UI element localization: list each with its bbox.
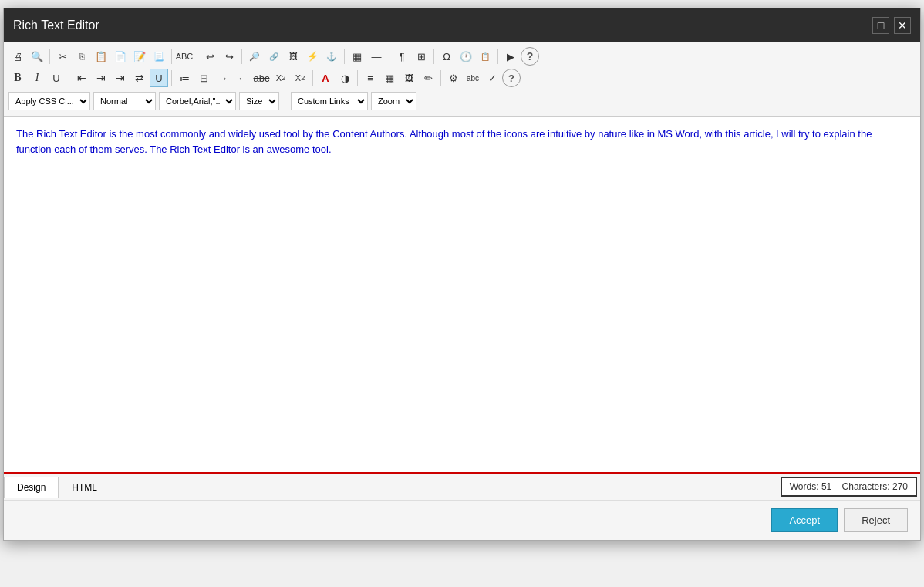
- play-icon[interactable]: ▶: [501, 47, 520, 66]
- templates-icon[interactable]: 📋: [476, 47, 494, 66]
- link-icon[interactable]: 🔗: [265, 47, 283, 66]
- separator: [285, 93, 285, 109]
- words-count: 51: [821, 481, 831, 492]
- help-icon[interactable]: ?: [521, 47, 539, 66]
- separator: [440, 70, 441, 86]
- tab-html[interactable]: HTML: [59, 477, 110, 498]
- hline-icon[interactable]: ―: [367, 47, 386, 66]
- table-icon[interactable]: ▦: [348, 47, 366, 66]
- separator: [69, 70, 69, 86]
- dropdowns-row: Apply CSS Cl... Normal Heading 1 Heading…: [8, 89, 916, 113]
- close-button[interactable]: ✕: [894, 17, 911, 34]
- separator: [357, 70, 358, 86]
- highlight-button[interactable]: ◑: [336, 69, 354, 87]
- chars-label: Characters:: [842, 481, 890, 492]
- minimize-button[interactable]: □: [872, 17, 889, 34]
- align-center-button[interactable]: ⇥: [92, 69, 110, 87]
- copy-icon[interactable]: ⎘: [73, 47, 91, 66]
- justify-button[interactable]: ⇄: [130, 69, 149, 87]
- indent-button[interactable]: →: [214, 69, 232, 87]
- spellcheck-icon[interactable]: ABC: [175, 47, 194, 66]
- underline-active-button[interactable]: U: [150, 69, 168, 87]
- editor-content[interactable]: The Rich Text Editor is the most commonl…: [4, 117, 920, 472]
- header-buttons: □ ✕: [872, 17, 911, 34]
- image2-button[interactable]: 🖼: [400, 69, 418, 87]
- paragraph-dropdown[interactable]: Normal Heading 1 Heading 2 Heading 3: [93, 92, 156, 110]
- separator: [171, 70, 172, 86]
- source-icon[interactable]: ⊞: [412, 47, 430, 66]
- subscript-button[interactable]: X2: [271, 69, 290, 87]
- underline-button[interactable]: U: [47, 69, 66, 87]
- separator: [312, 70, 313, 86]
- modal-footer: Accept Reject: [4, 500, 920, 540]
- bold-button[interactable]: B: [8, 69, 27, 87]
- separator: [344, 49, 345, 64]
- tab-design[interactable]: Design: [4, 477, 59, 498]
- toolbar-row1: 🖨 🔍 ✂ ⎘ 📋 📄 📝 📃 ABC ↩ ↪ 🔎 🔗 🖼 ⚡ ⚓: [8, 46, 916, 67]
- modal-title: Rich Text Editor: [13, 19, 99, 32]
- help2-button[interactable]: ?: [502, 69, 521, 87]
- size-dropdown[interactable]: Size 8pt 10pt 12pt: [239, 92, 279, 110]
- cut-icon[interactable]: ✂: [53, 47, 72, 66]
- outdent-button[interactable]: ←: [233, 69, 251, 87]
- modal-header: Rich Text Editor □ ✕: [4, 8, 920, 42]
- image-icon[interactable]: 🖼: [284, 47, 302, 66]
- font-color-button[interactable]: A: [316, 69, 335, 87]
- align-left-button[interactable]: ⇤: [73, 69, 91, 87]
- find2-icon[interactable]: 🔎: [245, 47, 264, 66]
- undo-icon[interactable]: ↩: [201, 47, 219, 66]
- custom-links-dropdown[interactable]: Custom Links: [291, 92, 368, 110]
- separator: [433, 49, 434, 64]
- separator: [49, 49, 50, 64]
- css-class-dropdown[interactable]: Apply CSS Cl...: [8, 92, 90, 110]
- strikethrough-button[interactable]: abc: [252, 69, 271, 87]
- separator: [197, 49, 197, 64]
- unordered-list-button[interactable]: ≔: [175, 69, 194, 87]
- accept-button[interactable]: Accept: [771, 508, 838, 532]
- showblocks-icon[interactable]: ¶: [393, 47, 411, 66]
- redo-icon[interactable]: ↪: [220, 47, 238, 66]
- paste-icon[interactable]: 📋: [92, 47, 110, 66]
- chars-count: 270: [892, 481, 908, 492]
- separator: [171, 49, 172, 64]
- paste-text-icon[interactable]: 📄: [111, 47, 130, 66]
- italic-button[interactable]: I: [28, 69, 46, 87]
- tools-button[interactable]: ⚙: [444, 69, 463, 87]
- align3-button[interactable]: ≡: [361, 69, 379, 87]
- separator: [389, 49, 389, 64]
- edit-button[interactable]: ✏: [419, 69, 437, 87]
- table2-button[interactable]: ▦: [380, 69, 399, 87]
- separator: [241, 49, 242, 64]
- print-icon[interactable]: 🖨: [8, 47, 27, 66]
- reject-button[interactable]: Reject: [844, 508, 908, 532]
- font-dropdown[interactable]: Corbel,Arial,"...: [159, 92, 236, 110]
- flash-icon[interactable]: ⚡: [303, 47, 322, 66]
- find-icon[interactable]: 🔍: [28, 47, 46, 66]
- anchor-icon[interactable]: ⚓: [322, 47, 341, 66]
- spellcheck2-button[interactable]: ✓: [483, 69, 501, 87]
- words-label: Words:: [790, 481, 819, 492]
- zoom-dropdown[interactable]: Zoom 75% 100% 150%: [371, 92, 416, 110]
- date-icon[interactable]: 🕐: [457, 47, 475, 66]
- separator: [497, 49, 498, 64]
- word-count-display: Words: 51 Characters: 270: [781, 477, 917, 497]
- toolbar-row2: B I U ⇤ ⇥ ⇥ ⇄ U ≔ ⊟ → ← abc X2 X2 A ◑: [8, 67, 916, 89]
- specialchar-icon[interactable]: Ω: [437, 47, 456, 66]
- toolbar-area: 🖨 🔍 ✂ ⎘ 📋 📄 📝 📃 ABC ↩ ↪ 🔎 🔗 🖼 ⚡ ⚓: [4, 42, 920, 117]
- editor-bottom-bar: Design HTML Words: 51 Characters: 270: [4, 472, 920, 500]
- superscript-button[interactable]: X2: [291, 69, 309, 87]
- paste2-icon[interactable]: 📃: [150, 47, 168, 66]
- ordered-list-button[interactable]: ⊟: [194, 69, 213, 87]
- format-button[interactable]: abc: [464, 69, 482, 87]
- align-right-button[interactable]: ⇥: [111, 69, 130, 87]
- paste-word-icon[interactable]: 📝: [130, 47, 149, 66]
